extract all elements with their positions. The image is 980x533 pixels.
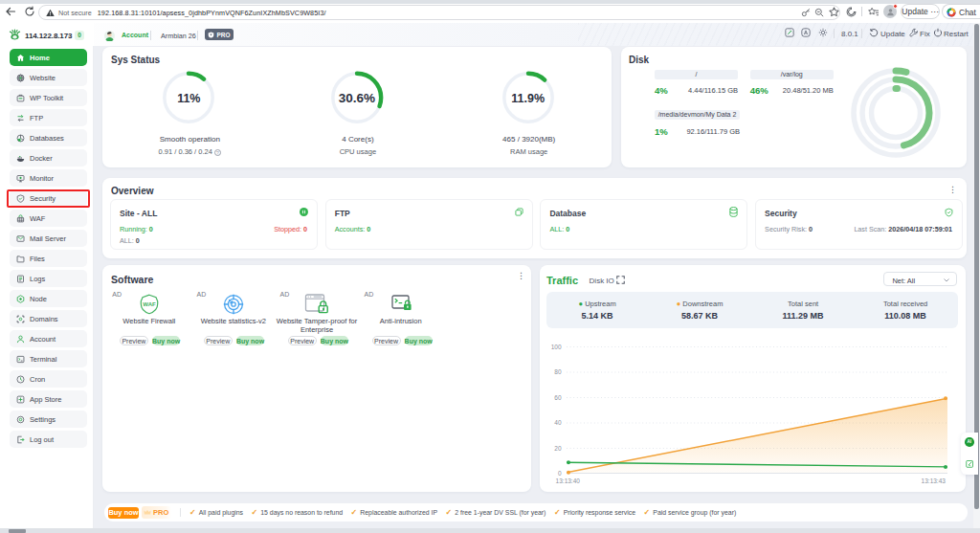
svg-text:WAF: WAF: [143, 301, 156, 307]
